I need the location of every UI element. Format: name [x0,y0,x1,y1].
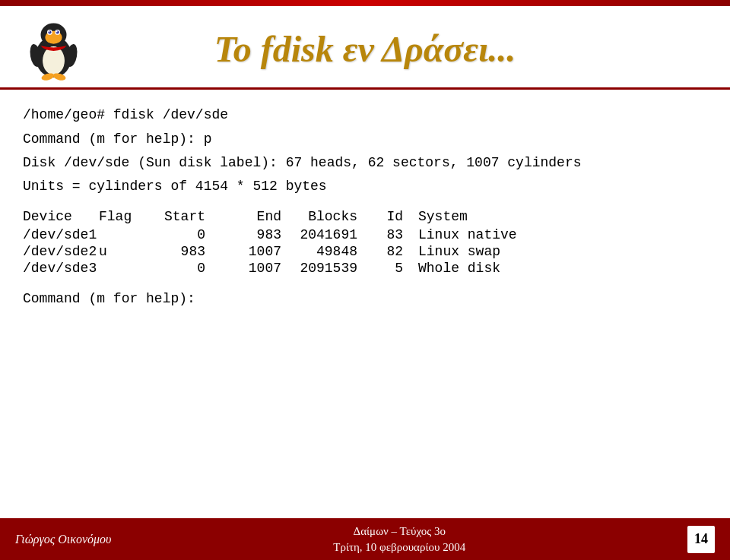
header-blocks: Blocks [297,209,373,224]
partition-system-2: Linux swap [411,244,707,259]
header-end: End [221,209,297,224]
tux-penguin-icon [21,17,86,81]
command2-line: Command (m for help): [23,291,707,306]
main-content: /home/geo# fdisk /dev/sde Command (m for… [0,90,730,314]
header-device: Device [23,209,99,224]
command1-label: Command [23,131,81,147]
svg-point-9 [56,30,57,32]
partition-id-1: 83 [373,227,411,242]
partition-flag-3 [99,261,144,276]
slide-container: Το fdisk εν Δράσει... /home/geo# fdisk /… [0,0,730,560]
partition-start-3: 0 [144,261,221,276]
partition-flag-1 [99,227,144,242]
partition-blocks-3: 2091539 [297,261,373,276]
partition-end-1: 983 [221,227,297,242]
partition-system-3: Whole disk [411,261,707,276]
footer-publication: Δαίμων – Τεύχος 3ο Τρίτη, 10 φεβρουαρίου… [333,524,465,555]
svg-point-6 [48,30,51,33]
footer-author: Γιώργος Οικονόμου [15,533,111,546]
disk-line1: Disk /dev/sde (Sun disk label): 67 heads… [23,153,707,173]
partition-start-1: 0 [144,227,221,242]
command2-text: (m for help): [88,291,195,306]
table-row: /dev/sde3 0 1007 2091539 5 Whole disk [23,261,707,276]
disk-line2: Units = cylinders of 4154 * 512 bytes [23,176,707,197]
svg-point-10 [49,36,57,42]
partition-flag-2: u [99,244,144,259]
slide-title: Το fdisk εν Δράσει... [91,28,639,70]
footer-pub-line1: Δαίμων – Τεύχος 3ο [333,524,465,539]
partition-system-1: Linux native [411,227,707,242]
command2-label: Command [23,291,81,306]
partition-end-3: 1007 [221,261,297,276]
table-row: /dev/sde1 0 983 2041691 83 Linux native [23,227,707,242]
header-system: System [411,209,707,224]
prompt-line: /home/geo# fdisk /dev/sde [23,105,707,125]
header-start: Start [144,209,221,224]
header-id: Id [373,209,411,224]
table-header-row: Device Flag Start End Blocks Id System [23,209,707,224]
svg-point-8 [48,30,49,32]
footer: Γιώργος Οικονόμου Δαίμων – Τεύχος 3ο Τρί… [0,518,730,560]
partition-blocks-2: 49848 [297,244,373,259]
partition-device-3: /dev/sde3 [23,261,99,276]
partition-device-2: /dev/sde2 [23,244,99,259]
top-bar [0,0,730,6]
logo-area [15,17,91,81]
partition-id-3: 5 [373,261,411,276]
header-flag: Flag [99,209,144,224]
table-row: /dev/sde2 u 983 1007 49848 82 Linux swap [23,244,707,259]
partition-end-2: 1007 [221,244,297,259]
command1-line: Command (m for help): p [23,131,707,147]
svg-point-7 [56,30,59,33]
footer-pub-line2: Τρίτη, 10 φεβρουαρίου 2004 [333,539,465,555]
partition-start-2: 983 [144,244,221,259]
header: Το fdisk εν Δράσει... [0,6,730,90]
partition-blocks-1: 2041691 [297,227,373,242]
partition-id-2: 82 [373,244,411,259]
partition-table: Device Flag Start End Blocks Id System /… [23,209,707,276]
command1-text: (m for help): p [88,131,211,147]
title-area: Το fdisk εν Δράσει... [91,28,715,70]
disk-info: Disk /dev/sde (Sun disk label): 67 heads… [23,153,707,197]
partition-device-1: /dev/sde1 [23,227,99,242]
footer-page-number: 14 [687,526,715,553]
